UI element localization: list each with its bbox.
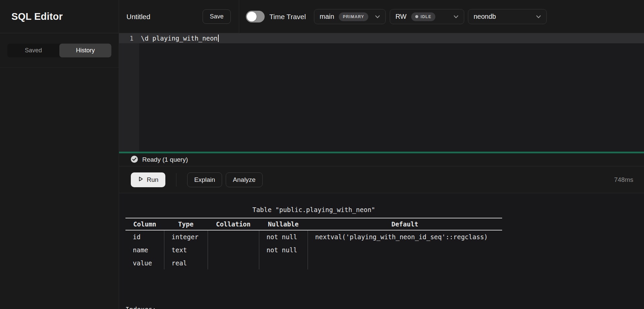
table-cell: [208, 243, 259, 256]
chevron-down-icon: [453, 15, 459, 18]
idle-status-text: IDLE: [421, 14, 431, 19]
topbar-divider: [239, 0, 239, 33]
page-title: SQL Editor: [11, 11, 63, 22]
text-cursor: [218, 35, 219, 42]
run-button[interactable]: Run: [131, 172, 165, 187]
branch-name: main: [320, 13, 334, 20]
check-circle-icon: [130, 155, 138, 164]
database-name: neondb: [474, 13, 496, 20]
table-cell: not null: [259, 230, 308, 243]
database-select[interactable]: neondb: [468, 9, 547, 24]
table-header-cell: Column: [125, 218, 164, 230]
primary-badge: PRIMARY: [339, 12, 368, 21]
status-bar: Ready (1 query): [119, 153, 644, 166]
sidebar: SQL Editor Saved History: [0, 0, 119, 309]
table-row: id integer not null nextval('playing_wit…: [125, 230, 502, 243]
table-cell: text: [164, 243, 208, 256]
query-title[interactable]: Untitled: [126, 0, 150, 33]
main-panel: Untitled Save Time Travel main PRIMARY R…: [119, 0, 644, 309]
status-dot-icon: [415, 15, 418, 18]
table-header-cell: Nullable: [259, 218, 308, 230]
table-header-cell: Default: [308, 218, 502, 230]
table-header-cell: Type: [164, 218, 208, 230]
table-cell: [308, 256, 502, 269]
line-number: 1: [119, 35, 139, 42]
tab-history-label: History: [76, 47, 95, 54]
query-duration: 748ms: [614, 176, 633, 184]
branch-select[interactable]: main PRIMARY: [314, 9, 386, 24]
code-editor[interactable]: 1 \d playing_with_neon: [119, 33, 644, 152]
compute-select[interactable]: RW IDLE: [390, 9, 464, 24]
play-icon: [138, 176, 144, 184]
table-cell: [259, 256, 308, 269]
table-cell: name: [125, 243, 164, 256]
results-table-title: Table "public.playing_with_neon": [125, 206, 502, 213]
table-row: name text not null: [125, 243, 502, 256]
explain-button[interactable]: Explain: [187, 172, 222, 187]
table-cell: id: [125, 230, 164, 243]
time-travel-label: Time Travel: [269, 0, 306, 33]
table-cell: integer: [164, 230, 208, 243]
results-panel: Table "public.playing_with_neon" Column …: [119, 193, 644, 309]
time-travel-toggle[interactable]: [246, 11, 265, 22]
run-button-label: Run: [147, 176, 159, 184]
chevron-down-icon: [375, 15, 380, 18]
topbar: Untitled Save Time Travel main PRIMARY R…: [119, 0, 644, 33]
toggle-knob-icon: [247, 12, 257, 21]
table-cell: real: [164, 256, 208, 269]
sidebar-tabs: Saved History: [0, 33, 119, 68]
indexes-section: Indexes: "playing_with_neon_pkey" PRIMAR…: [125, 278, 644, 309]
sidebar-header: SQL Editor: [0, 0, 119, 33]
table-header-cell: Collation: [208, 218, 259, 230]
table-cell: [308, 243, 502, 256]
compute-mode: RW: [395, 13, 407, 20]
tab-history[interactable]: History: [59, 44, 111, 57]
analyze-button[interactable]: Analyze: [226, 172, 263, 187]
table-cell: [208, 256, 259, 269]
chevron-down-icon: [536, 15, 541, 18]
indexes-label: Indexes:: [125, 303, 644, 309]
actions-toolbar: Run Explain Analyze 748ms: [119, 166, 644, 193]
tab-saved-label: Saved: [25, 47, 42, 54]
idle-status-badge: IDLE: [411, 12, 435, 21]
active-code-line[interactable]: 1 \d playing_with_neon: [119, 33, 644, 43]
save-button[interactable]: Save: [203, 9, 231, 24]
code-text: \d playing_with_neon: [141, 35, 218, 42]
table-cell: nextval('playing_with_neon_id_seq'::regc…: [308, 230, 502, 243]
table-row: value real: [125, 256, 502, 269]
status-text: Ready (1 query): [142, 156, 188, 163]
sql-editor-app: SQL Editor Saved History Untitled Save T: [0, 0, 644, 309]
table-cell: [208, 230, 259, 243]
saved-history-segmented-control: Saved History: [7, 44, 111, 57]
table-header-row: Column Type Collation Nullable Default: [125, 218, 502, 230]
editor-gutter: [119, 43, 139, 152]
history-list-area: [0, 68, 119, 309]
toolbar-divider: [176, 173, 176, 187]
table-cell: not null: [259, 243, 308, 256]
tab-saved[interactable]: Saved: [7, 44, 59, 57]
table-cell: value: [125, 256, 164, 269]
results-table: Column Type Collation Nullable Default i…: [125, 218, 502, 269]
